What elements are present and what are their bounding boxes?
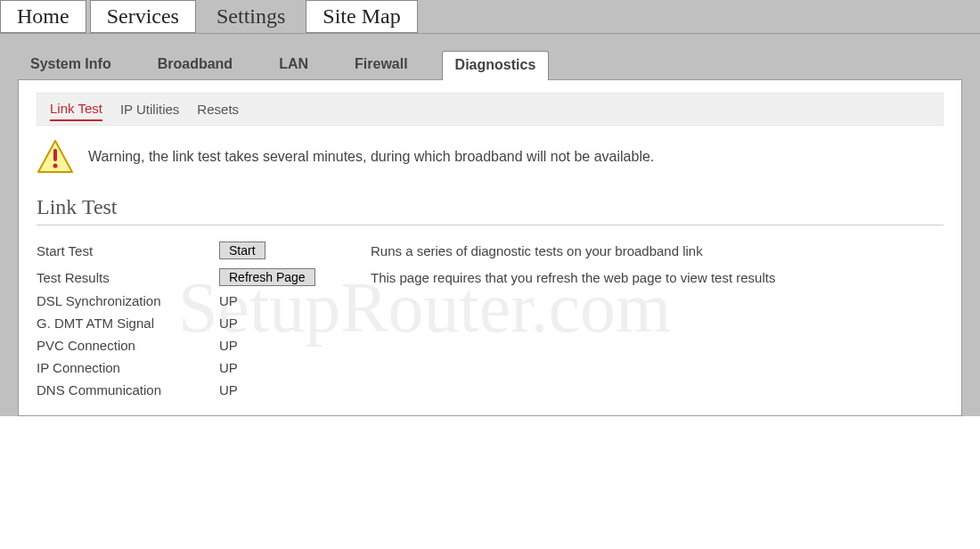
divider	[37, 225, 943, 225]
result-value-dsl-sync: UP	[219, 293, 943, 308]
warning-row: Warning, the link test takes several min…	[37, 138, 943, 176]
action-grid: Start Test Start Runs a series of diagno…	[37, 242, 943, 286]
result-value-gdmt-atm: UP	[219, 315, 943, 331]
main-panel: Link Test IP Utilities Resets Warning, t…	[18, 79, 962, 416]
refresh-page-button[interactable]: Refresh Page	[219, 268, 315, 286]
section-title: Link Test	[37, 195, 943, 219]
top-nav: Home Services Settings Site Map	[0, 0, 980, 34]
top-tab-services[interactable]: Services	[90, 0, 196, 33]
start-button-cell: Start	[219, 242, 371, 259]
start-test-label: Start Test	[37, 243, 219, 258]
result-value-dns-comm: UP	[219, 382, 943, 397]
top-tab-sitemap[interactable]: Site Map	[306, 0, 417, 33]
warning-icon	[37, 138, 74, 176]
svg-point-2	[53, 164, 58, 168]
sub-tab-firewall[interactable]: Firewall	[342, 51, 421, 79]
start-button[interactable]: Start	[219, 242, 265, 259]
sub-tab-diagnostics[interactable]: Diagnostics	[442, 51, 550, 80]
result-value-pvc: UP	[219, 338, 943, 353]
warning-text: Warning, the link test takes several min…	[88, 149, 654, 165]
test-results-label: Test Results	[37, 270, 219, 285]
sub-tab-lan[interactable]: LAN	[266, 51, 321, 79]
results-list: DSL Synchronization UP G. DMT ATM Signal…	[37, 293, 943, 397]
svg-rect-1	[53, 149, 57, 161]
top-tab-home[interactable]: Home	[0, 0, 86, 33]
sub-nav-area: System Info Broadband LAN Firewall Diagn…	[0, 34, 980, 416]
tertiary-tab-link-test[interactable]: Link Test	[50, 101, 102, 121]
result-name-pvc: PVC Connection	[37, 338, 219, 353]
sub-tab-broadband[interactable]: Broadband	[145, 51, 245, 79]
sub-tab-system-info[interactable]: System Info	[18, 51, 124, 79]
sub-nav: System Info Broadband LAN Firewall Diagn…	[9, 50, 971, 79]
result-value-ip-conn: UP	[219, 360, 943, 375]
result-name-dns-comm: DNS Communication	[37, 382, 219, 397]
start-test-desc: Runs a series of diagnostic tests on you…	[371, 243, 943, 258]
refresh-button-cell: Refresh Page	[219, 268, 371, 286]
tertiary-tab-resets[interactable]: Resets	[197, 102, 239, 120]
top-tab-settings[interactable]: Settings	[200, 0, 302, 33]
result-name-gdmt-atm: G. DMT ATM Signal	[37, 315, 219, 331]
tertiary-tab-ip-utilities[interactable]: IP Utilities	[120, 102, 179, 120]
result-name-ip-conn: IP Connection	[37, 360, 219, 375]
tertiary-nav: Link Test IP Utilities Resets	[37, 93, 943, 126]
test-results-desc: This page requires that you refresh the …	[371, 270, 943, 285]
result-name-dsl-sync: DSL Synchronization	[37, 293, 219, 308]
